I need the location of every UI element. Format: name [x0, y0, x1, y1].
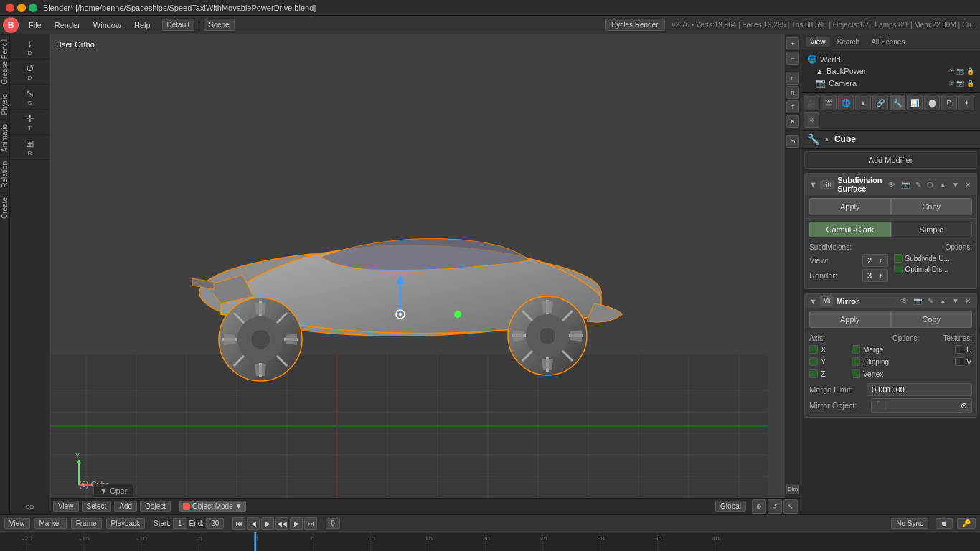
layout-select[interactable]: Default	[162, 19, 195, 31]
vertex-checkbox[interactable]	[852, 369, 860, 378]
add-modifier-button[interactable]: Add Modifier	[804, 151, 977, 169]
viewport-3d[interactable]: User Ortho .grid-line { stroke: #555; st…	[50, 34, 801, 514]
subdiv-up-icon[interactable]: ▲	[938, 180, 948, 189]
subdiv-close-icon[interactable]: ✕	[963, 180, 972, 189]
numpad-8[interactable]: T	[786, 100, 799, 113]
subdiv-apply-btn[interactable]: Apply	[809, 198, 891, 215]
render-props-btn[interactable]: 🎥	[804, 95, 819, 110]
mirror-edit-icon[interactable]: ✎	[926, 296, 935, 306]
end-value[interactable]: 20	[206, 518, 224, 529]
scale-icon-btn[interactable]: ⤡	[783, 499, 798, 514]
numpad-2[interactable]: B	[786, 115, 799, 128]
physics-tab[interactable]: Physic	[0, 89, 10, 119]
subdiv-cage-icon[interactable]: ⬡	[925, 180, 935, 189]
view-ortho-toggle[interactable]: O	[786, 135, 799, 148]
toolbar-options[interactable]: SO	[10, 501, 50, 514]
clipping-checkbox[interactable]	[852, 357, 860, 366]
timeline-frame-btn[interactable]: Frame	[71, 518, 102, 529]
u-tex-checkbox[interactable]	[955, 345, 963, 354]
numpad-6[interactable]: R	[786, 86, 799, 99]
toolbar-custom[interactable]: ⊞ R	[10, 135, 50, 160]
menu-window[interactable]: Window	[88, 19, 127, 31]
backpower-item[interactable]: ▲ BackPower 👁 📷 🔒	[813, 65, 977, 77]
v-tex-checkbox[interactable]	[955, 357, 963, 366]
prev-frame-btn[interactable]: ◀	[247, 517, 260, 530]
subdiv-edit-icon[interactable]: ✎	[914, 180, 923, 189]
subdiv-camera-icon[interactable]: 📷	[900, 180, 911, 189]
render-value[interactable]: 3 ↕	[862, 269, 888, 282]
grease-pencil-tab[interactable]: Grease Pencil	[0, 34, 10, 89]
toolbar-rotate[interactable]: ↺ D	[10, 60, 50, 85]
close-button[interactable]	[6, 4, 14, 12]
data-btn[interactable]: 📊	[907, 95, 923, 110]
toolbar-transform[interactable]: ✛ T	[10, 110, 50, 135]
subdiv-eye-icon[interactable]: 👁	[887, 180, 897, 189]
rotate-icon-btn[interactable]: ↺	[768, 499, 782, 514]
timeline-view-btn[interactable]: View	[4, 518, 30, 529]
vp-add-menu[interactable]: Add	[114, 501, 137, 512]
next-frame-btn[interactable]: ▶	[290, 517, 303, 530]
current-frame[interactable]: 0	[326, 518, 340, 529]
y-axis-checkbox[interactable]	[809, 357, 818, 366]
minimize-button[interactable]	[17, 4, 26, 12]
zoom-out-button[interactable]: −	[786, 52, 799, 65]
zoom-in-button[interactable]: +	[786, 37, 799, 50]
particles-btn[interactable]: ✦	[958, 95, 974, 110]
dim-label[interactable]: Dim	[786, 484, 799, 494]
jump-end-btn[interactable]: ⏭	[304, 517, 317, 530]
subdiv-down-icon[interactable]: ▼	[951, 180, 961, 189]
engine-select[interactable]: Cycles Render	[605, 19, 665, 31]
simple-tab[interactable]: Simple	[891, 222, 973, 237]
mirror-up-icon[interactable]: ▲	[938, 296, 948, 306]
menu-render[interactable]: Render	[49, 19, 86, 31]
view-tab[interactable]: View	[806, 37, 830, 47]
merge-checkbox[interactable]	[852, 345, 860, 354]
all-scenes-tab[interactable]: All Scenes	[867, 37, 909, 47]
texture-btn[interactable]: 🗋	[941, 95, 957, 110]
animation-tab[interactable]: Animatio	[0, 119, 10, 156]
play-reverse-btn[interactable]: ◀◀	[275, 517, 288, 530]
keying-btn[interactable]: 🔑	[957, 518, 976, 529]
subdiv-copy-btn[interactable]: Copy	[891, 198, 973, 215]
mirror-copy-btn[interactable]: Copy	[891, 311, 973, 328]
mirror-object-value[interactable]: ⬛ ⊙	[871, 398, 972, 413]
x-axis-checkbox[interactable]	[809, 345, 818, 354]
timeline-playback-btn[interactable]: Playback	[106, 518, 146, 529]
jump-start-btn[interactable]: ⏮	[232, 517, 245, 530]
catmull-clark-tab[interactable]: Catmull-Clark	[809, 222, 891, 237]
timeline-bar[interactable]: -20 -15 -10 -5 0 5 10 15 20 25 30 35	[0, 532, 980, 551]
grab-icon-btn[interactable]: ⊕	[752, 499, 766, 514]
mirror-close-icon[interactable]: ✕	[963, 296, 972, 306]
maximize-button[interactable]	[29, 4, 37, 12]
vp-select-menu[interactable]: Select	[82, 501, 112, 512]
mirror-down-icon[interactable]: ▼	[951, 296, 961, 306]
numpad-4[interactable]: L	[786, 72, 799, 85]
toolbar-scale[interactable]: ⤡ S	[10, 85, 50, 110]
object-props-btn[interactable]: ▲	[855, 95, 871, 110]
optimal-dis-checkbox[interactable]	[894, 265, 903, 273]
material-btn[interactable]: ⬤	[924, 95, 940, 110]
create-tab[interactable]: Create	[0, 192, 10, 223]
menu-help[interactable]: Help	[128, 19, 156, 31]
z-axis-checkbox[interactable]	[809, 369, 818, 378]
camera-item[interactable]: 📷 Camera 👁 📷 🔒	[813, 77, 977, 89]
vp-view-menu[interactable]: View	[53, 501, 79, 512]
record-btn[interactable]: ⏺	[936, 518, 953, 529]
world-item[interactable]: 🌐 World	[804, 53, 977, 65]
menu-file[interactable]: File	[23, 19, 47, 31]
constraints-btn[interactable]: 🔗	[872, 95, 888, 110]
mirror-apply-btn[interactable]: Apply	[809, 311, 891, 328]
search-tab[interactable]: Search	[833, 37, 864, 47]
mirror-camera-icon[interactable]: 📷	[912, 296, 923, 306]
mirror-eye-icon[interactable]: 👁	[899, 296, 909, 306]
scene-select[interactable]: Scene	[204, 19, 234, 31]
global-select[interactable]: Global	[715, 501, 746, 512]
world-props-btn[interactable]: 🌐	[838, 95, 854, 110]
blender-logo[interactable]: B	[3, 17, 19, 33]
subdiv-expand-icon[interactable]: ▼	[809, 180, 817, 189]
view-value[interactable]: 2 ↕	[862, 254, 888, 267]
merge-limit-value[interactable]: 0.001000	[867, 383, 972, 396]
scene-props-btn[interactable]: 🎬	[821, 95, 837, 110]
timeline-marker-btn[interactable]: Marker	[34, 518, 67, 529]
physics-btn[interactable]: ⚛	[804, 112, 819, 128]
